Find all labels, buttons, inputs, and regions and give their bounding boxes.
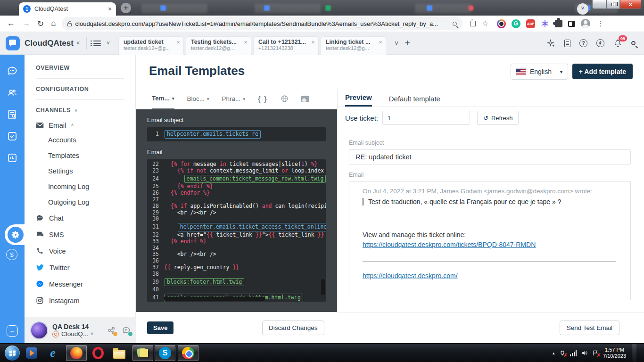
org-chevron-icon[interactable]: ˅	[91, 331, 93, 337]
blocks-dropdown[interactable]: Bloc... ▾	[187, 89, 209, 109]
sidebar-item-email[interactable]: Email ˄	[36, 121, 135, 129]
share-status-icon[interactable]	[107, 326, 116, 335]
sparkle-icon[interactable]	[546, 39, 555, 48]
deskpro-logo[interactable]	[6, 36, 20, 50]
sidebar-item-sms[interactable]: SMS	[36, 226, 135, 243]
templates-dropdown[interactable]: Tem... ▾	[152, 89, 174, 109]
site-link[interactable]: https://cloudqatest.deskpro.com/	[363, 272, 458, 280]
taskbar-media-player[interactable]	[21, 345, 42, 361]
code-line[interactable]: 39blocks:footer.html.twig	[147, 278, 326, 287]
code-line[interactable]: 30	[147, 216, 326, 222]
ticket-tab[interactable]: Testing tickets... tester.desk12@g... ×	[186, 36, 251, 55]
ticket-tab-close-icon[interactable]: ×	[379, 39, 382, 46]
address-bar[interactable]: cloudqatest.deskpro.com/app?useNewTicket…	[62, 17, 462, 30]
code-line[interactable]: 40	[147, 287, 326, 293]
forward-icon[interactable]: →	[22, 19, 30, 28]
url-text[interactable]: cloudqatest.deskpro.com/app?useNewTicket…	[75, 20, 449, 27]
ticket-tab-close-icon[interactable]: ×	[244, 39, 248, 46]
code-line[interactable]: 23 {% if not context.message_limit or lo…	[147, 168, 326, 174]
language-selector[interactable]: English ▾	[511, 64, 568, 80]
discard-changes-button[interactable]: Discard Changes	[262, 321, 324, 335]
zoom-icon[interactable]	[453, 22, 457, 26]
sidebar-item-configuration[interactable]: CONFIGURATION	[36, 86, 135, 92]
ticket-list-icon[interactable]	[93, 41, 101, 46]
tab-preview[interactable]: Preview	[345, 93, 372, 107]
sidebar-item-chat[interactable]: Chat	[36, 210, 135, 226]
body-code-editor[interactable]: 22 {% for message in ticket_messages|sli…	[147, 159, 326, 302]
subject-code-editor[interactable]: 1 helpcenter.emails.tickets_re	[147, 127, 326, 141]
search-icon[interactable]	[631, 41, 636, 45]
document-icon[interactable]	[564, 40, 570, 47]
volume-icon[interactable]	[581, 350, 588, 356]
code-line[interactable]: 27	[147, 197, 326, 203]
code-line[interactable]: 28 {% if app.isPortalEnabled() and can_l…	[147, 203, 326, 210]
show-desktop-button[interactable]	[632, 344, 636, 362]
ticket-link[interactable]: https://cloudqatest.deskpro.com/tickets/…	[363, 241, 536, 248]
template-token[interactable]: helpcenter.emails.tickets_re	[165, 130, 261, 139]
taskbar-sticky-notes[interactable]	[132, 345, 153, 361]
save-button[interactable]: Save	[147, 321, 173, 334]
template-token[interactable]: emails_common:ticket_message_row.html.tw…	[184, 175, 326, 183]
taskbar-clock[interactable]: 1:57 PM 7/10/2023	[603, 347, 626, 360]
sidebar-item-overview[interactable]: OVERVIEW	[36, 65, 135, 71]
code-line[interactable]: 34	[147, 245, 326, 252]
extensions-puzzle-icon[interactable]	[555, 20, 562, 27]
profile-avatar[interactable]	[581, 19, 590, 28]
start-button[interactable]	[5, 346, 20, 361]
code-line[interactable]: 36	[147, 258, 326, 264]
code-line[interactable]: 22 {% for message in ticket_messages|sli…	[147, 161, 326, 168]
sidebar-item-templates[interactable]: Templates	[48, 148, 135, 163]
taskbar-chrome[interactable]	[178, 345, 198, 361]
window-minimize-button[interactable]: —	[592, 0, 606, 9]
help-icon[interactable]: ?	[579, 39, 587, 47]
ticket-id-input[interactable]	[382, 111, 470, 125]
taskbar-skype[interactable]: S	[155, 345, 175, 361]
billing-dollar-icon[interactable]: $	[6, 249, 17, 260]
insert-variable-icon[interactable]: { }	[258, 95, 268, 103]
extension-adblock-icon[interactable]: ABP	[526, 19, 535, 28]
add-template-button[interactable]: + Add template	[572, 64, 633, 79]
collapse-back-icon[interactable]: ←	[7, 325, 18, 337]
image-icon[interactable]	[301, 96, 309, 102]
sidebar-item-incoming-log[interactable]: Incoming Log	[48, 179, 135, 194]
ticket-tab[interactable]: updated ticket tester.desk12+@g... ×	[118, 36, 184, 55]
sidebar-item-messenger[interactable]: Messenger	[36, 276, 135, 292]
notifications-bell-icon[interactable]: 99	[613, 39, 622, 48]
ticket-tab-close-icon[interactable]: ×	[176, 39, 180, 46]
code-line[interactable]: 24 emails_common:ticket_message_row.html…	[147, 174, 326, 184]
tab-close-icon[interactable]: ×	[108, 5, 112, 13]
code-line[interactable]: 26 {% endfor %}	[147, 190, 326, 197]
code-line[interactable]: 25 {% endif %}	[147, 183, 326, 190]
tasks-check-icon[interactable]	[6, 130, 18, 142]
agents-people-icon[interactable]	[6, 87, 18, 99]
sidebar-item-voice[interactable]: Voice	[36, 243, 135, 259]
chat-status-icon[interactable]	[122, 326, 131, 335]
taskbar-internet-explorer[interactable]: e	[42, 345, 63, 361]
code-line[interactable]: 38	[147, 271, 326, 278]
user-org-row[interactable]: C CloudQ... ˅	[52, 330, 93, 337]
list-chevron-icon[interactable]: ˅	[107, 40, 110, 47]
extension-snowflake-icon[interactable]	[541, 19, 549, 28]
brand-name[interactable]: CloudQAtest	[25, 39, 74, 48]
code-line[interactable]: 32 <a href="{{ ticket_link }}">{{ ticket…	[147, 232, 326, 239]
admin-gear-icon[interactable]	[8, 227, 24, 243]
ticket-tab[interactable]: Call to +121321... +12132143238 ×	[253, 36, 319, 55]
taskbar-file-explorer[interactable]	[109, 345, 130, 361]
channels-collapse-icon[interactable]: ˄	[74, 108, 77, 113]
code-line[interactable]: 37{{ reply.geo_country }}	[147, 264, 326, 271]
sidebar-item-twitter[interactable]: Twitter	[36, 259, 135, 276]
sidebar-item-accounts[interactable]: Accounts	[48, 132, 135, 148]
phrases-dropdown[interactable]: Phra... ▾	[222, 89, 245, 109]
horizontal-scrollbar[interactable]	[164, 296, 265, 301]
tabs-overflow-chevron-icon[interactable]: ˅	[395, 40, 398, 47]
signal-bars-icon[interactable]	[570, 350, 577, 356]
lightning-icon[interactable]	[596, 39, 604, 47]
template-token[interactable]: blocks:footer.html.twig	[165, 278, 244, 287]
back-icon[interactable]: ←	[7, 19, 15, 28]
sidebar-item-settings[interactable]: Settings	[48, 163, 135, 179]
taskbar-opera[interactable]	[88, 345, 108, 361]
new-tab-button[interactable]: +	[121, 3, 131, 13]
sidebar-toggle-icon[interactable]	[568, 21, 575, 27]
code-line[interactable]: 31 helpcenter.emails.ticket_access_ticke…	[147, 222, 326, 232]
reload-icon[interactable]: ↻	[37, 19, 44, 29]
